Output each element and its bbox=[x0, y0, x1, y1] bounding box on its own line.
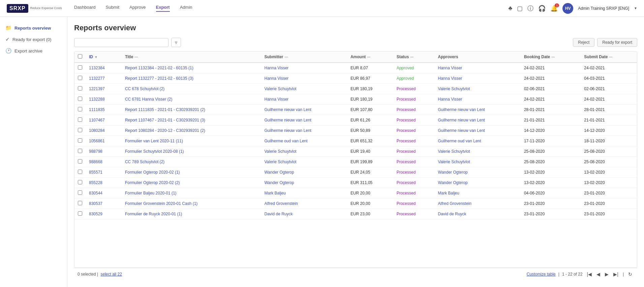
cell-approvers[interactable]: Valerie Schuytvlot bbox=[435, 157, 521, 167]
row-checkbox[interactable] bbox=[78, 159, 82, 164]
main-content: Reports overview ▿ Reject Ready for expo… bbox=[67, 17, 644, 287]
cell-approvers[interactable]: Guilherme nieuw van Lent bbox=[435, 115, 521, 125]
ready-for-export-button[interactable]: Ready for export bbox=[597, 38, 637, 47]
cell-submitter: Valerie Schuytvlot bbox=[261, 84, 347, 94]
cell-title[interactable]: Formulier de Ruyck 2020-01 (1) bbox=[122, 209, 261, 219]
cell-submitter: Hanna Visser bbox=[261, 94, 347, 105]
reject-button[interactable]: Reject bbox=[573, 38, 594, 47]
cell-title[interactable]: Report 1132384 - 2021-02 - 60135 (1) bbox=[122, 63, 261, 73]
col-submit-date[interactable]: Submit Date — bbox=[581, 51, 637, 63]
nav-dashboard[interactable]: Dashboard bbox=[74, 5, 96, 12]
cell-booking-date: 23-01-2020 bbox=[521, 209, 581, 219]
refresh-button[interactable]: ↻ bbox=[626, 271, 634, 278]
col-submitter[interactable]: Submitter — bbox=[261, 51, 347, 63]
row-checkbox[interactable] bbox=[78, 138, 82, 143]
col-booking-date[interactable]: Booking Date — bbox=[521, 51, 581, 63]
row-checkbox[interactable] bbox=[78, 128, 82, 132]
cell-title[interactable]: CC 678 Schuytvlot (2) bbox=[122, 84, 261, 94]
cell-title[interactable]: Report 1111835 - 2021-01 - C302939201 (2… bbox=[122, 105, 261, 115]
select-all-checkbox[interactable] bbox=[78, 54, 82, 59]
cell-amount: EUR 20,00 bbox=[347, 199, 393, 209]
reports-table: ID ▼ Title — Submitter bbox=[74, 51, 637, 219]
headset-icon[interactable]: 🎧 bbox=[538, 5, 546, 12]
sidebar-item-export-archive[interactable]: 🕐 Export archive bbox=[0, 45, 67, 57]
row-checkbox[interactable] bbox=[78, 211, 82, 216]
nav-submit[interactable]: Submit bbox=[106, 5, 119, 12]
sidebar-item-label: Reports overview bbox=[14, 26, 51, 31]
row-checkbox[interactable] bbox=[78, 76, 82, 80]
sidebar-item-reports-overview[interactable]: 📁 Reports overview bbox=[0, 22, 67, 34]
cell-amount: EUR 23,00 bbox=[347, 209, 393, 219]
first-page-button[interactable]: |◀ bbox=[585, 271, 594, 278]
customize-table-link[interactable]: Customize table bbox=[527, 272, 556, 277]
cell-title[interactable]: Formulier Ogterop 2020-02 (2) bbox=[122, 178, 261, 188]
cell-approvers[interactable]: Guilherme nieuw van Lent bbox=[435, 125, 521, 136]
row-checkbox[interactable] bbox=[78, 97, 82, 101]
help-icon[interactable]: ⓘ bbox=[527, 4, 533, 12]
next-page-button[interactable]: ▶ bbox=[603, 271, 610, 278]
cell-title[interactable]: CC 789 Schuytvlot (2) bbox=[122, 157, 261, 167]
sidebar-item-ready-for-export[interactable]: ✓ Ready for export (0) bbox=[0, 34, 67, 45]
row-checkbox[interactable] bbox=[78, 86, 82, 91]
cell-approvers[interactable]: David de Ruyck bbox=[435, 209, 521, 219]
cell-title[interactable]: Report 1107467 - 2021-01 - C302939201 (3… bbox=[122, 115, 261, 125]
cell-approvers[interactable]: Hanna Visser bbox=[435, 73, 521, 84]
cell-title[interactable]: Report 1132277 - 2021-02 - 60135 (3) bbox=[122, 73, 261, 84]
superman-icon[interactable]: ♣ bbox=[508, 5, 512, 12]
cell-approvers[interactable]: Alfred Grovenstein bbox=[435, 199, 521, 209]
col-amount[interactable]: Amount — bbox=[347, 51, 393, 63]
cell-approvers[interactable]: Wander Ogterop bbox=[435, 167, 521, 178]
search-input[interactable] bbox=[74, 38, 168, 47]
nav-export[interactable]: Export bbox=[156, 5, 170, 12]
cell-approvers[interactable]: Valerie Schuytvlot bbox=[435, 84, 521, 94]
cell-booking-date: 13-02-2020 bbox=[521, 178, 581, 188]
cell-amount: EUR 180,19 bbox=[347, 84, 393, 94]
filter-button[interactable]: ▿ bbox=[171, 38, 181, 47]
last-page-button[interactable]: ▶| bbox=[612, 271, 620, 278]
cell-title[interactable]: Formulier Ogterop 2020-02 (1) bbox=[122, 167, 261, 178]
cell-approvers[interactable]: Hanna Visser bbox=[435, 94, 521, 105]
cell-title[interactable]: CC 6781 Hanna Visser (2) bbox=[122, 94, 261, 105]
cell-booking-date: 02-06-2021 bbox=[521, 84, 581, 94]
nav-approve[interactable]: Approve bbox=[129, 5, 146, 12]
cell-approvers[interactable]: Guilherme oud van Lent bbox=[435, 136, 521, 146]
row-checkbox[interactable] bbox=[78, 117, 82, 122]
row-checkbox[interactable] bbox=[78, 190, 82, 195]
col-id[interactable]: ID ▼ bbox=[86, 51, 122, 63]
row-checkbox[interactable] bbox=[78, 180, 82, 184]
cell-title[interactable]: Formulier Grovenstein 2020-01 Cash (1) bbox=[122, 199, 261, 209]
bell-icon[interactable]: 🔔 1 bbox=[550, 5, 558, 12]
row-checkbox[interactable] bbox=[78, 107, 82, 111]
table-row: 1132277 Report 1132277 - 2021-02 - 60135… bbox=[74, 73, 637, 84]
table-row: 988668 CC 789 Schuytvlot (2) Valerie Sch… bbox=[74, 157, 637, 167]
cell-approvers[interactable]: Wander Ogterop bbox=[435, 178, 521, 188]
row-checkbox[interactable] bbox=[78, 170, 82, 174]
cell-title[interactable]: Formulier Baljeu 2020-01 (1) bbox=[122, 188, 261, 199]
cell-booking-date: 17-11-2020 bbox=[521, 136, 581, 146]
cell-approvers[interactable]: Hanna Visser bbox=[435, 63, 521, 73]
cell-approvers[interactable]: Guilherme nieuw van Lent bbox=[435, 105, 521, 115]
cell-title[interactable]: Formulier Schuytvlot 2020-08 (1) bbox=[122, 146, 261, 157]
check-icon: ✓ bbox=[5, 36, 10, 42]
cell-submitter: Guilherme nieuw van Lent bbox=[261, 125, 347, 136]
cell-amount: EUR 24,05 bbox=[347, 167, 393, 178]
col-status[interactable]: Status — bbox=[393, 51, 435, 63]
row-checkbox[interactable] bbox=[78, 149, 82, 153]
sort-icon-id: ▼ bbox=[94, 55, 98, 59]
cell-approvers[interactable]: Valerie Schuytvlot bbox=[435, 146, 521, 157]
select-all-link[interactable]: select all 22 bbox=[101, 272, 122, 277]
cell-title[interactable]: Formulier van Lent 2020-11 (11) bbox=[122, 136, 261, 146]
avatar[interactable]: HV bbox=[562, 3, 573, 14]
prev-page-button[interactable]: ◀ bbox=[595, 271, 602, 278]
cell-title[interactable]: Report 1080284 - 2020-12 - C302939201 (2… bbox=[122, 125, 261, 136]
cell-status: Approved bbox=[393, 63, 435, 73]
chevron-down-icon[interactable]: ▼ bbox=[634, 6, 637, 10]
nav-admin[interactable]: Admin bbox=[180, 5, 192, 12]
row-checkbox[interactable] bbox=[78, 65, 82, 70]
col-title[interactable]: Title — bbox=[122, 51, 261, 63]
sort-icon-submit: — bbox=[609, 55, 612, 59]
col-approvers[interactable]: Approvers bbox=[435, 51, 521, 63]
accessibility-icon[interactable]: ▢ bbox=[517, 5, 523, 12]
cell-approvers[interactable]: Mark Baljeu bbox=[435, 188, 521, 199]
row-checkbox[interactable] bbox=[78, 201, 82, 205]
